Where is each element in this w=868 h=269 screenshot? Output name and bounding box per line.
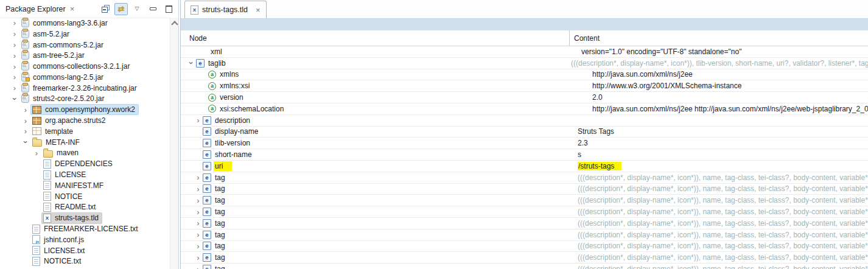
tree-item[interactable]: maven <box>0 148 170 159</box>
tree-item-label: org.apache.struts2 <box>45 116 105 125</box>
tree-item-label: asm-tree-5.2.jar <box>33 51 85 60</box>
chevron-collapsed-icon[interactable] <box>21 127 30 135</box>
chevron-collapsed-icon[interactable] <box>10 19 19 27</box>
tree-item-label: struts-tags.tld <box>55 214 99 222</box>
editor-tab-struts-tags[interactable]: struts-tags.tld × <box>184 1 267 18</box>
package-explorer-tree: commons-lang3-3.6.jarasm-5.2.jarasm-comm… <box>0 18 170 269</box>
tree-item[interactable]: jshint.conf.js <box>0 234 170 245</box>
chevron-collapsed-icon[interactable] <box>10 52 19 60</box>
node-cell: tag <box>181 196 573 204</box>
tree-item[interactable]: MANIFEST.MF <box>0 180 170 191</box>
tree-item[interactable]: com.opensymphony.xwork2 <box>0 104 170 115</box>
tree-item[interactable]: LICENSE <box>0 169 170 180</box>
view-menu-button[interactable]: ▽ <box>130 3 144 15</box>
chevron-collapsed-icon[interactable] <box>10 30 19 38</box>
content-cell: (((description*, display-name*, icon*)),… <box>573 265 868 269</box>
chevron-collapsed-icon[interactable] <box>194 231 203 239</box>
xml-node-row[interactable]: short-names <box>181 149 868 161</box>
xml-node-row[interactable]: tag(((description*, display-name*, icon*… <box>181 264 868 269</box>
chevron-collapsed-icon[interactable] <box>194 265 203 269</box>
xml-node-row[interactable]: xmlnshttp://java.sun.com/xml/ns/j2ee <box>181 69 868 81</box>
tree-item-selection: asm-tree-5.2.jar <box>19 50 88 61</box>
xml-node-row[interactable]: xsi:schemaLocationhttp://java.sun.com/xm… <box>181 103 868 115</box>
link-with-editor-button[interactable]: ⇄ <box>114 3 128 15</box>
xml-node-row[interactable]: version2.0 <box>181 92 868 103</box>
tree-item[interactable]: commons-lang3-3.6.jar <box>0 18 170 29</box>
chevron-collapsed-icon[interactable] <box>194 208 203 216</box>
xml-node-row[interactable]: xmlns:xsihttp://www.w3.org/2001/XMLSchem… <box>181 80 868 92</box>
node-label: xmlns <box>220 70 239 79</box>
xml-node-row[interactable]: tag(((description*, display-name*, icon*… <box>181 195 868 206</box>
tree-item-selection: META-INF <box>30 136 83 148</box>
chevron-expanded-icon[interactable] <box>21 138 30 146</box>
xml-node-row[interactable]: display-nameStruts Tags <box>181 127 868 138</box>
tree-item[interactable]: README.txt <box>0 202 170 213</box>
column-header-node[interactable]: Node <box>181 30 569 46</box>
close-icon[interactable]: × <box>70 5 75 13</box>
chevron-collapsed-icon[interactable] <box>194 185 203 193</box>
element-icon <box>196 59 205 68</box>
xml-node-row[interactable]: tag(((description*, display-name*, icon*… <box>181 252 868 264</box>
chevron-collapsed-icon[interactable] <box>194 254 203 262</box>
xml-node-row[interactable]: taglib(((description*, display-name*, ic… <box>181 58 868 69</box>
content-cell: /struts-tags <box>573 162 868 170</box>
tree-item[interactable]: struts2-core-2.5.20.jar <box>0 94 170 105</box>
xml-node-row[interactable]: tlib-version2.3 <box>181 138 868 149</box>
xml-node-row[interactable]: tag(((description*, display-name*, icon*… <box>181 241 868 253</box>
maximize-button[interactable] <box>162 3 175 15</box>
tree-item[interactable]: template <box>0 126 170 137</box>
tree-item-selection: freemarker-2.3.26-incubating.jar <box>19 83 141 94</box>
xml-node-row[interactable]: tag(((description*, display-name*, icon*… <box>181 206 868 218</box>
package-explorer-tab[interactable]: Package Explorer <box>0 5 66 13</box>
column-header-content[interactable]: Content <box>569 30 868 46</box>
xml-node-row[interactable]: tag(((description*, display-name*, icon*… <box>181 218 868 229</box>
jar-icon <box>21 30 29 38</box>
element-icon <box>203 139 211 147</box>
tree-item[interactable]: asm-5.2.jar <box>0 29 170 40</box>
node-cell: tag <box>181 208 573 216</box>
vertical-scrollbar[interactable] <box>170 18 178 269</box>
tree-item[interactable]: asm-commons-5.2.jar <box>0 40 170 51</box>
xml-node-row[interactable]: xmlversion="1.0" encoding="UTF-8" standa… <box>181 46 868 58</box>
scroll-up-icon[interactable] <box>171 21 178 27</box>
xml-node-row[interactable]: description <box>181 115 868 127</box>
chevron-collapsed-icon[interactable] <box>21 106 30 114</box>
tree-item[interactable]: freemarker-2.3.26-incubating.jar <box>0 83 170 94</box>
tree-item[interactable]: asm-tree-5.2.jar <box>0 50 170 61</box>
chevron-collapsed-icon[interactable] <box>10 84 19 92</box>
tree-item[interactable]: LICENSE.txt <box>0 245 170 256</box>
chevron-collapsed-icon[interactable] <box>194 242 203 250</box>
tree-item[interactable]: NOTICE <box>0 191 170 202</box>
chevron-collapsed-icon[interactable] <box>10 73 19 81</box>
tree-item[interactable]: NOTICE.txt <box>0 256 170 267</box>
chevron-collapsed-icon[interactable] <box>194 116 203 124</box>
minimize-button[interactable] <box>146 3 159 15</box>
chevron-expanded-icon[interactable] <box>10 95 19 103</box>
tree-item-label: README.txt <box>55 203 96 211</box>
chevron-expanded-icon[interactable] <box>187 59 196 67</box>
tree-item[interactable]: commons-collections-3.2.1.jar <box>0 61 170 72</box>
xml-node-row[interactable]: tag(((description*, display-name*, icon*… <box>181 184 868 195</box>
chevron-collapsed-icon[interactable] <box>10 63 19 71</box>
xml-node-row[interactable]: uri/struts-tags <box>181 161 868 172</box>
xml-node-row[interactable]: tag(((description*, display-name*, icon*… <box>181 172 868 184</box>
chevron-collapsed-icon[interactable] <box>194 197 203 204</box>
node-cell: version <box>181 93 588 102</box>
js-file-icon <box>32 235 40 244</box>
chevron-collapsed-icon[interactable] <box>10 41 19 49</box>
chevron-collapsed-icon[interactable] <box>21 117 30 125</box>
chevron-collapsed-icon[interactable] <box>194 219 203 227</box>
tree-item[interactable]: DEPENDENCIES <box>0 158 170 169</box>
close-icon[interactable]: × <box>256 6 261 14</box>
tree-item[interactable]: org.apache.struts2 <box>0 115 170 126</box>
collapse-all-button[interactable] <box>99 3 112 15</box>
xml-node-row[interactable]: tag(((description*, display-name*, icon*… <box>181 229 868 241</box>
chevron-collapsed-icon[interactable] <box>194 173 203 181</box>
tree-item[interactable]: commons-lang-2.5.jar <box>0 72 170 83</box>
chevron-collapsed-icon[interactable] <box>32 149 41 157</box>
tree-item[interactable]: struts-tags.tld <box>0 212 170 223</box>
xml-editor: struts-tags.tld × Node Content xmlversio… <box>180 0 868 269</box>
tree-item[interactable]: META-INF <box>0 137 170 148</box>
tree-item-label: commons-collections-3.2.1.jar <box>33 62 130 71</box>
tree-item[interactable]: FREEMARKER-LICENSE.txt <box>0 223 170 234</box>
